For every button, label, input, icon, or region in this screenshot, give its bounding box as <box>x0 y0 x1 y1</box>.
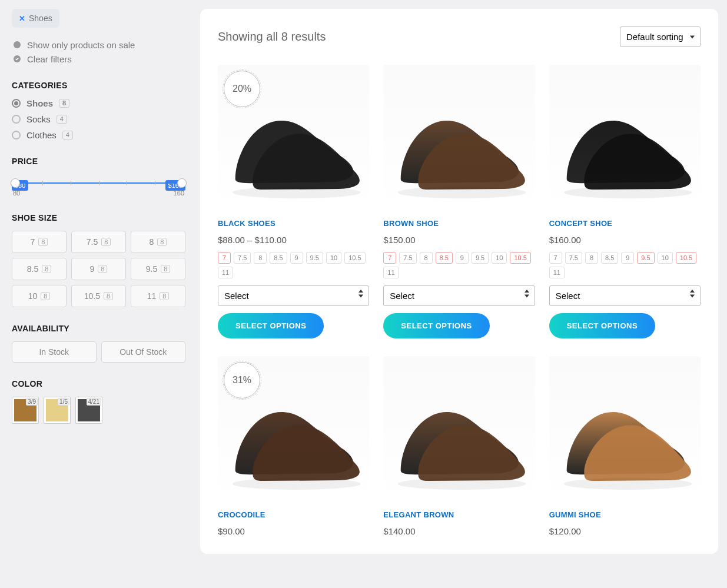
svg-point-7 <box>563 478 692 490</box>
product-variant-select[interactable]: Select <box>383 285 535 306</box>
product-variant-select[interactable]: Select <box>218 285 369 306</box>
svg-point-6 <box>398 478 526 490</box>
product-size-10[interactable]: 10 <box>492 252 507 264</box>
select-options-button[interactable]: SELECT OPTIONS <box>383 313 489 338</box>
category-clothes[interactable]: Clothes 4 <box>12 130 185 140</box>
size-filter-7.5[interactable]: 7.58 <box>71 231 126 253</box>
product-price: $88.00 – $110.00 <box>218 235 369 245</box>
product-size-7[interactable]: 7 <box>549 252 562 264</box>
product-title[interactable]: GUMMI SHOE <box>549 510 701 519</box>
product-image-wrap[interactable]: 31% <box>218 356 369 503</box>
product-size-9.5[interactable]: 9.5 <box>637 252 654 264</box>
product-size-8.5[interactable]: 8.5 <box>601 252 618 264</box>
price-slider[interactable]: $80 $160 80 160 <box>12 182 185 197</box>
product-size-10[interactable]: 10 <box>658 252 673 264</box>
product-title[interactable]: BLACK SHOES <box>218 219 369 228</box>
size-label: 8 <box>150 237 154 247</box>
category-shoes[interactable]: Shoes 8 <box>12 98 185 108</box>
color-swatch[interactable]: 4/21 <box>75 397 102 424</box>
product-image-wrap[interactable] <box>549 356 701 503</box>
in-stock-button[interactable]: In Stock <box>12 341 97 363</box>
product-card: 20% BLACK SHOES $88.00 – $110.00 77.588.… <box>218 65 369 338</box>
product-size-9.5[interactable]: 9.5 <box>472 252 489 264</box>
product-size-9[interactable]: 9 <box>290 252 303 264</box>
size-filter-11[interactable]: 118 <box>131 285 185 307</box>
category-count: 4 <box>57 115 67 124</box>
clear-filters-button[interactable]: Clear filters <box>12 54 185 64</box>
close-icon: ✕ <box>19 14 25 23</box>
product-size-9[interactable]: 9 <box>621 252 634 264</box>
radio-icon <box>12 115 21 124</box>
select-options-button[interactable]: SELECT OPTIONS <box>218 313 324 338</box>
swatch-count: 3/9 <box>26 398 38 406</box>
product-price: $140.00 <box>383 526 535 536</box>
category-count: 4 <box>62 131 73 139</box>
product-card: BROWN SHOE $150.00 77.588.599.51010.511 … <box>383 65 535 338</box>
product-image-wrap[interactable] <box>383 356 535 503</box>
product-size-8[interactable]: 8 <box>585 252 598 264</box>
category-label: Shoes <box>26 98 53 108</box>
product-image <box>549 356 701 503</box>
size-filter-8.5[interactable]: 8.58 <box>12 258 67 280</box>
product-size-7[interactable]: 7 <box>383 252 396 264</box>
product-size-7.5[interactable]: 7.5 <box>565 252 582 264</box>
product-title[interactable]: BROWN SHOE <box>383 219 535 228</box>
product-size-8[interactable]: 8 <box>420 252 433 264</box>
size-filter-9.5[interactable]: 9.58 <box>131 258 185 280</box>
product-card: CONCEPT SHOE $160.00 77.588.599.51010.51… <box>549 65 701 338</box>
color-swatch[interactable]: 1/5 <box>44 397 71 424</box>
svg-point-2 <box>233 187 361 198</box>
size-filter-8[interactable]: 88 <box>131 231 185 253</box>
product-size-9[interactable]: 9 <box>456 252 469 264</box>
category-label: Socks <box>26 114 51 124</box>
color-swatch[interactable]: 3/9 <box>12 397 39 424</box>
out-of-stock-button[interactable]: Out Of Stock <box>101 341 186 363</box>
product-card: ELEGANT BROWN $140.00 <box>383 356 535 536</box>
product-price: $90.00 <box>218 526 369 536</box>
product-size-10.5[interactable]: 10.5 <box>344 252 365 264</box>
sort-select[interactable]: Default sorting <box>620 26 701 47</box>
size-count: 8 <box>157 238 167 246</box>
product-size-11[interactable]: 11 <box>549 267 565 278</box>
product-image-wrap[interactable]: 20% <box>218 65 369 212</box>
category-socks[interactable]: Socks 4 <box>12 114 185 124</box>
product-title[interactable]: CONCEPT SHOE <box>549 219 701 228</box>
product-size-7.5[interactable]: 7.5 <box>234 252 251 264</box>
price-handle-min[interactable] <box>11 178 20 188</box>
size-filter-9[interactable]: 98 <box>71 258 126 280</box>
product-image-wrap[interactable] <box>383 65 535 212</box>
category-label: Clothes <box>26 130 57 140</box>
product-size-11[interactable]: 11 <box>218 267 233 278</box>
product-size-8[interactable]: 8 <box>254 252 267 264</box>
product-title[interactable]: CROCODILE <box>218 510 369 519</box>
product-card: 31% CROCODILE $90.00 <box>218 356 369 536</box>
size-filter-10.5[interactable]: 10.58 <box>71 285 126 307</box>
product-size-7[interactable]: 7 <box>218 252 231 264</box>
product-size-10.5[interactable]: 10.5 <box>676 252 696 264</box>
product-size-10.5[interactable]: 10.5 <box>510 252 530 264</box>
product-variant-select[interactable]: Select <box>549 285 701 306</box>
product-size-8.5[interactable]: 8.5 <box>436 252 453 264</box>
product-size-8.5[interactable]: 8.5 <box>270 252 287 264</box>
product-price: $120.00 <box>549 526 701 536</box>
active-filter-chip[interactable]: ✕ Shoes <box>12 9 59 28</box>
product-listing: Showing all 8 results Default sorting 20… <box>200 9 718 554</box>
product-size-10[interactable]: 10 <box>326 252 341 264</box>
size-count: 8 <box>42 265 51 273</box>
product-size-11[interactable]: 11 <box>383 267 399 278</box>
product-title[interactable]: ELEGANT BROWN <box>383 510 535 519</box>
product-image-wrap[interactable] <box>549 65 701 212</box>
size-label: 7.5 <box>87 237 98 247</box>
clear-filters-label: Clear filters <box>27 54 72 64</box>
size-filter-7[interactable]: 78 <box>12 231 67 253</box>
select-options-button[interactable]: SELECT OPTIONS <box>549 313 655 338</box>
shoe-size-heading: SHOE SIZE <box>12 213 185 222</box>
size-filter-10[interactable]: 108 <box>12 285 67 307</box>
categories-heading: CATEGORIES <box>12 81 185 90</box>
product-size-9.5[interactable]: 9.5 <box>306 252 323 264</box>
show-on-sale-button[interactable]: Show only products on sale <box>12 39 185 50</box>
availability-heading: AVAILABILITY <box>12 324 185 333</box>
radio-icon <box>12 131 21 139</box>
price-handle-max[interactable] <box>177 178 187 188</box>
product-size-7.5[interactable]: 7.5 <box>399 252 416 264</box>
